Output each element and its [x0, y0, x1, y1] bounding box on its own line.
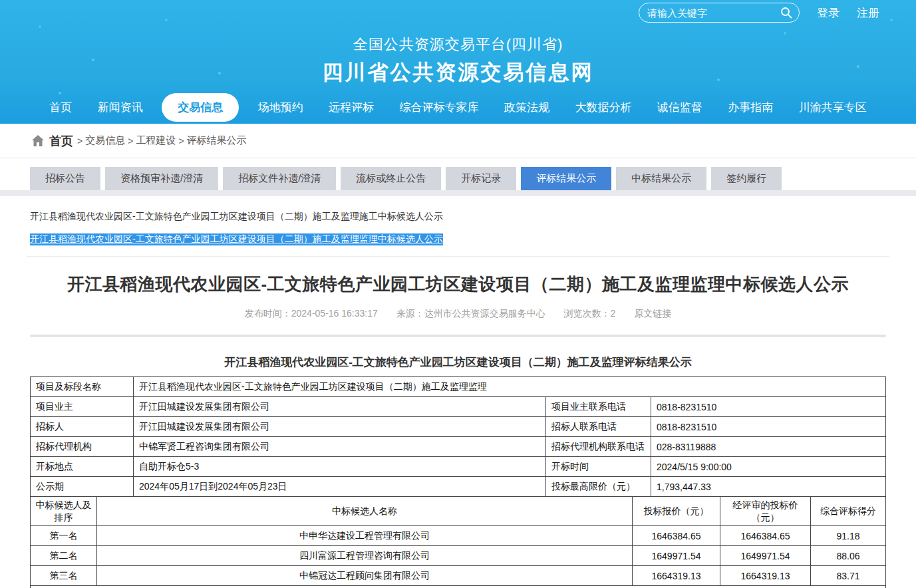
site-header: 登录 注册 全国公共资源交易平台(四川省) 四川省公共资源交易信息网 首页 新闻… [0, 0, 916, 124]
candidate-row: 第二名 四川富源工程管理咨询有限公司 1649971.54 1649971.54… [31, 546, 886, 566]
nav-item-news[interactable]: 新闻资讯 [91, 96, 150, 119]
info-label: 开标时间 [546, 457, 651, 477]
tab-tender-doc-clarification[interactable]: 招标文件补遗/澄清 [223, 167, 336, 190]
breadcrumb-home[interactable]: 首页 [49, 133, 73, 149]
tab-evaluation-result[interactable]: 评标结果公示 [521, 167, 611, 190]
tab-prequalification-clarification[interactable]: 资格预审补遗/澄清 [105, 167, 218, 190]
breadcrumb: 首页 > 交易信息 > 工程建设 > 评标结果公示 [0, 124, 916, 158]
table-row: 招标人 开江田城建设发展集团有限公司 招标人联系电话 0818-8231510 [31, 417, 886, 437]
nav-item-policies[interactable]: 政策法规 [498, 96, 556, 119]
col-header-rank: 中标候选人及排序 [31, 497, 97, 526]
candidate-evaluated-bid: 1664319.13 [720, 566, 811, 586]
info-value: 2024/5/15 9:00:00 [651, 457, 886, 477]
candidate-score: 83.71 [811, 566, 886, 586]
info-value: 开江县稻渔现代农业园区-工文旅特色产业园工坊区建设项目（二期）施工及监理监理 [134, 377, 886, 397]
nav-item-service-guide[interactable]: 办事指南 [721, 96, 780, 119]
nav-item-credit-supervision[interactable]: 诚信监督 [651, 96, 709, 119]
source: 来源：达州市公共资源交易服务中心 [396, 308, 545, 319]
nav-item-remote-evaluation[interactable]: 远程评标 [322, 96, 381, 119]
document-links: 开江县稻渔现代农业园区-工文旅特色产业园工坊区建设项目（二期）施工及监理施工中标… [30, 196, 886, 245]
candidate-bid: 1646384.65 [633, 526, 720, 546]
table-row: 招标代理机构 中锦军贤工程咨询集团有限公司 招标代理机构联系电话 028-831… [31, 437, 886, 457]
tab-contract-performance[interactable]: 签约履行 [711, 167, 782, 190]
doc-link-construction[interactable]: 开江县稻渔现代农业园区-工文旅特色产业园工坊区建设项目（二期）施工及监理施工中标… [30, 211, 443, 223]
article-title: 开江县稻渔现代农业园区-工文旅特色产业园工坊区建设项目（二期）施工及监理监理中标… [30, 273, 886, 296]
col-header-name: 中标候选人名称 [97, 497, 633, 526]
nav-item-chuanyu-zone[interactable]: 川渝共享专区 [792, 96, 873, 119]
info-value: 0818-8231510 [651, 397, 886, 417]
login-link[interactable]: 登录 [817, 5, 840, 21]
search-input[interactable] [647, 7, 780, 19]
table-row: 项目及标段名称 开江县稻渔现代农业园区-工文旅特色产业园工坊区建设项目（二期）施… [31, 377, 886, 397]
candidate-row: 第三名 中锦冠达工程顾问集团有限公司 1664319.13 1664319.13… [31, 566, 886, 586]
info-label: 项目及标段名称 [31, 377, 134, 397]
main-nav: 首页 新闻资讯 交易信息 场地预约 远程评标 综合评标专家库 政策法规 大数据分… [0, 90, 916, 124]
info-label: 招标人联系电话 [546, 417, 651, 437]
candidate-evaluated-bid: 1649971.54 [720, 546, 811, 566]
nav-item-home[interactable]: 首页 [43, 96, 78, 119]
candidate-bid: 1664319.13 [633, 566, 720, 586]
candidate-bid: 1649971.54 [633, 546, 720, 566]
breadcrumb-trade-info[interactable]: 交易信息 [85, 134, 125, 147]
nav-item-trade-info[interactable]: 交易信息 [162, 93, 239, 122]
view-count: 浏览次数：2 [564, 308, 616, 319]
section-divider [30, 335, 886, 337]
breadcrumb-engineering[interactable]: 工程建设 [136, 134, 176, 147]
info-label: 招标代理机构 [31, 437, 134, 457]
category-tabs: 招标公告 资格预审补遗/澄清 招标文件补遗/澄清 流标或终止公告 开标记录 评标… [0, 158, 916, 190]
col-header-score: 综合评标得分 [811, 497, 886, 526]
info-label: 项目业主 [31, 397, 134, 417]
breadcrumb-separator: > [77, 136, 82, 146]
register-link[interactable]: 注册 [857, 5, 879, 21]
info-value: 自助开标仓5-3 [134, 457, 546, 477]
tab-award-result[interactable]: 中标结果公示 [616, 167, 706, 190]
candidate-rank: 第三名 [31, 566, 97, 586]
search-box[interactable] [639, 3, 800, 23]
col-header-bid: 投标报价（元） [633, 497, 720, 526]
topbar: 登录 注册 [639, 3, 879, 23]
table-row: 公示期 2024年05月17日到2024年05月23日 投标最高限价（元） 1,… [31, 477, 886, 497]
article-meta: 发布时间：2024-05-16 16:33:17 来源：达州市公共资源交易服务中… [30, 308, 886, 320]
candidate-score: 91.18 [811, 526, 886, 546]
info-value: 1,793,447.33 [651, 477, 886, 497]
doc-link-supervision-selected[interactable]: 开江县稻渔现代农业园区-工文旅特色产业园工坊区建设项目（二期）施工及监理监理中标… [30, 233, 443, 245]
candidates-header-row: 中标候选人及排序 中标候选人名称 投标报价（元） 经评审的投标价（元） 综合评标… [31, 497, 886, 526]
col-header-evaluated-bid: 经评审的投标价（元） [720, 497, 811, 526]
tabs-underline-strip [0, 190, 916, 196]
publish-time: 发布时间：2024-05-16 16:33:17 [245, 308, 378, 319]
site-title: 四川省公共资源交易信息网 [0, 55, 916, 86]
search-icon[interactable] [780, 6, 793, 19]
breadcrumb-separator: > [178, 136, 184, 146]
candidate-name: 中锦冠达工程顾问集团有限公司 [97, 566, 633, 586]
nav-item-venue-booking[interactable]: 场地预约 [251, 96, 310, 119]
project-info-table: 项目及标段名称 开江县稻渔现代农业园区-工文旅特色产业园工坊区建设项目（二期）施… [30, 376, 886, 497]
original-link[interactable]: 原文链接 [634, 308, 671, 319]
divider [27, 256, 889, 257]
candidate-rank: 第一名 [31, 526, 97, 546]
main-content: 开江县稻渔现代农业园区-工文旅特色产业园工坊区建设项目（二期）施工及监理施工中标… [0, 196, 916, 588]
info-label: 项目业主联系电话 [546, 397, 651, 417]
breadcrumb-evaluation-result[interactable]: 评标结果公示 [187, 134, 247, 147]
info-label: 开标地点 [31, 457, 134, 477]
nav-item-big-data[interactable]: 大数据分析 [568, 96, 638, 119]
nav-item-expert-pool[interactable]: 综合评标专家库 [392, 96, 485, 119]
tab-failed-terminated[interactable]: 流标或终止公告 [341, 167, 441, 190]
tab-bid-opening-record[interactable]: 开标记录 [446, 167, 516, 190]
candidate-name: 四川富源工程管理咨询有限公司 [97, 546, 633, 566]
table-footer-row: 第一中标候选人项目管理机构主要人员 [31, 586, 886, 588]
tab-tender-announcement[interactable]: 招标公告 [30, 167, 100, 190]
info-label: 招标人 [31, 417, 134, 437]
candidate-evaluated-bid: 1646384.65 [720, 526, 811, 546]
info-value: 0818-8231510 [651, 417, 886, 437]
home-icon[interactable] [32, 135, 44, 146]
info-label: 投标最高限价（元） [546, 477, 651, 497]
candidate-row: 第一名 中申华达建设工程管理有限公司 1646384.65 1646384.65… [31, 526, 886, 546]
info-value: 中锦军贤工程咨询集团有限公司 [134, 437, 546, 457]
candidate-score: 88.06 [811, 546, 886, 566]
info-value: 028-83119888 [651, 437, 886, 457]
candidate-name: 中申华达建设工程管理有限公司 [97, 526, 633, 546]
info-label: 招标代理机构联系电话 [546, 437, 651, 457]
breadcrumb-separator: > [128, 136, 133, 146]
footer-section-label: 第一中标候选人项目管理机构主要人员 [31, 586, 886, 588]
info-label: 公示期 [31, 477, 134, 497]
